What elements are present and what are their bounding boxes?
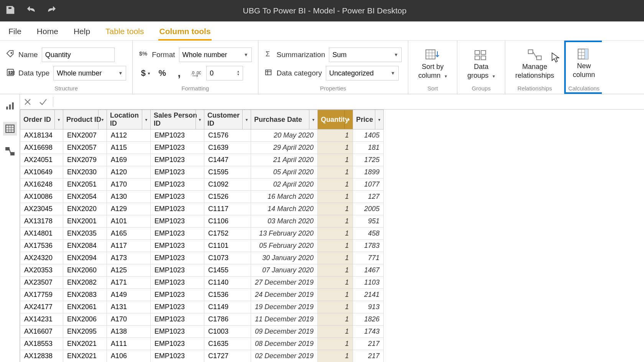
table-row[interactable]: AX16248ENX2051A170EMP1023C109202 April 2…	[20, 179, 384, 191]
cell[interactable]: ENX2095	[63, 326, 107, 338]
table-row[interactable]: AX23045ENX2020A129EMP1023C111714 March 2…	[20, 203, 384, 215]
cell[interactable]: 951	[353, 215, 384, 228]
cell[interactable]: C1786	[204, 313, 251, 326]
cell[interactable]: C1003	[204, 326, 251, 338]
table-row[interactable]: AX17759ENX2083A149EMP1023C153624 Decembe…	[20, 289, 384, 301]
thousands-button[interactable]: ,	[172, 67, 186, 80]
cell[interactable]: 127	[353, 191, 384, 203]
cell[interactable]: C1536	[204, 289, 251, 301]
column-filter-qty[interactable]: ▾	[344, 110, 353, 129]
cell[interactable]: 21 April 2020	[251, 154, 318, 166]
cell[interactable]: 1	[318, 277, 353, 289]
cell[interactable]: ENX2051	[63, 179, 107, 191]
cell[interactable]: 1	[318, 264, 353, 277]
cell[interactable]: AX16698	[20, 142, 63, 154]
cell[interactable]: A169	[107, 154, 151, 166]
column-filter-product[interactable]: ▾	[98, 110, 107, 129]
cell[interactable]: A170	[107, 313, 151, 326]
cell[interactable]: 2141	[353, 289, 384, 301]
table-row[interactable]: AX16607ENX2095A138EMP1023C100309 Decembe…	[20, 326, 384, 338]
table-row[interactable]: AX18553ENX2021A111EMP1023C163508 Decembe…	[20, 338, 384, 350]
cell[interactable]: AX23507	[20, 277, 63, 289]
cell[interactable]: AX16248	[20, 179, 63, 191]
column-filter-sales[interactable]: ▾	[196, 110, 204, 129]
cell[interactable]: 20 May 2020	[251, 129, 318, 142]
cell[interactable]: AX18134	[20, 129, 63, 142]
cell[interactable]: AX20353	[20, 264, 63, 277]
decimal-button[interactable]: .0.00	[189, 67, 202, 80]
cell[interactable]: EMP1023	[151, 179, 204, 191]
cell[interactable]: C1752	[204, 228, 251, 240]
cell[interactable]: 02 April 2020	[251, 179, 318, 191]
cell[interactable]: 771	[353, 252, 384, 264]
table-row[interactable]: AX23507ENX2082A171EMP1023C114027 Decembe…	[20, 277, 384, 289]
cell[interactable]: ENX2021	[63, 338, 107, 350]
table-row[interactable]: AX14801ENX2035A165EMP1023C175213 Februar…	[20, 228, 384, 240]
cell[interactable]: 24 December 2019	[251, 289, 318, 301]
cell[interactable]: A149	[107, 289, 151, 301]
cell[interactable]: ENX2001	[63, 215, 107, 228]
cell[interactable]: 1	[318, 203, 353, 215]
cell[interactable]: 29 April 2020	[251, 142, 318, 154]
cancel-formula-button[interactable]	[20, 94, 35, 110]
currency-button[interactable]: $ ▾	[139, 67, 152, 80]
cell[interactable]: 1	[318, 154, 353, 166]
cell[interactable]: A125	[107, 264, 151, 277]
cell[interactable]: 1743	[353, 326, 384, 338]
cell[interactable]: 458	[353, 228, 384, 240]
cell[interactable]: A112	[107, 129, 151, 142]
cell[interactable]: A131	[107, 301, 151, 313]
cell[interactable]: C1106	[204, 215, 251, 228]
cell[interactable]: 14 March 2020	[251, 203, 318, 215]
cell[interactable]: 27 December 2019	[251, 277, 318, 289]
cell[interactable]: EMP1023	[151, 129, 204, 142]
cell[interactable]: EMP1023	[151, 326, 204, 338]
cell[interactable]: 1	[318, 240, 353, 252]
save-icon[interactable]	[5, 5, 15, 16]
cell[interactable]: 1	[318, 228, 353, 240]
cell[interactable]: EMP1023	[151, 228, 204, 240]
datatype-select[interactable]: Whole number ▼	[53, 66, 126, 80]
cell[interactable]: A115	[107, 142, 151, 154]
redo-icon[interactable]	[47, 5, 57, 16]
cell[interactable]: 05 April 2020	[251, 166, 318, 179]
cell[interactable]: C1576	[204, 129, 251, 142]
cell[interactable]: 217	[353, 338, 384, 350]
cell[interactable]: 1	[318, 191, 353, 203]
cell[interactable]: 1826	[353, 313, 384, 326]
cell[interactable]: EMP1023	[151, 203, 204, 215]
data-groups-button[interactable]: Data groups ▾	[463, 47, 499, 81]
cell[interactable]: EMP1023	[151, 264, 204, 277]
cell[interactable]: ENX2082	[63, 277, 107, 289]
cell[interactable]: AX17759	[20, 289, 63, 301]
cell[interactable]: 1405	[353, 129, 384, 142]
column-header-order[interactable]: Order ID▾	[20, 110, 63, 129]
cell[interactable]: AX10086	[20, 191, 63, 203]
cell[interactable]: C1140	[204, 277, 251, 289]
cell[interactable]: 1	[318, 252, 353, 264]
cell[interactable]: 217	[353, 350, 384, 362]
cell[interactable]: ENX2061	[63, 301, 107, 313]
cell[interactable]: A170	[107, 179, 151, 191]
cell[interactable]: 1	[318, 166, 353, 179]
cell[interactable]: A111	[107, 338, 151, 350]
cell[interactable]: 1	[318, 326, 353, 338]
cell[interactable]: 1	[318, 313, 353, 326]
cell[interactable]: EMP1023	[151, 277, 204, 289]
column-filter-customer[interactable]: ▾	[242, 110, 251, 129]
format-select[interactable]: Whole number ▼	[179, 48, 252, 62]
cell[interactable]: 1	[318, 338, 353, 350]
cell[interactable]: A138	[107, 326, 151, 338]
column-header-customer[interactable]: Customer ID▾	[204, 110, 251, 129]
cell[interactable]: EMP1023	[151, 289, 204, 301]
cell[interactable]: 1467	[353, 264, 384, 277]
manage-relationships-button[interactable]: Manage relationships	[511, 47, 558, 81]
cell[interactable]: 08 December 2019	[251, 338, 318, 350]
cell[interactable]: EMP1023	[151, 166, 204, 179]
column-filter-order[interactable]: ▾	[54, 110, 63, 129]
cell[interactable]: EMP1023	[151, 301, 204, 313]
cell[interactable]: AX24177	[20, 301, 63, 313]
cell[interactable]: A120	[107, 166, 151, 179]
cell[interactable]: EMP1023	[151, 252, 204, 264]
cell[interactable]: 30 January 2020	[251, 252, 318, 264]
